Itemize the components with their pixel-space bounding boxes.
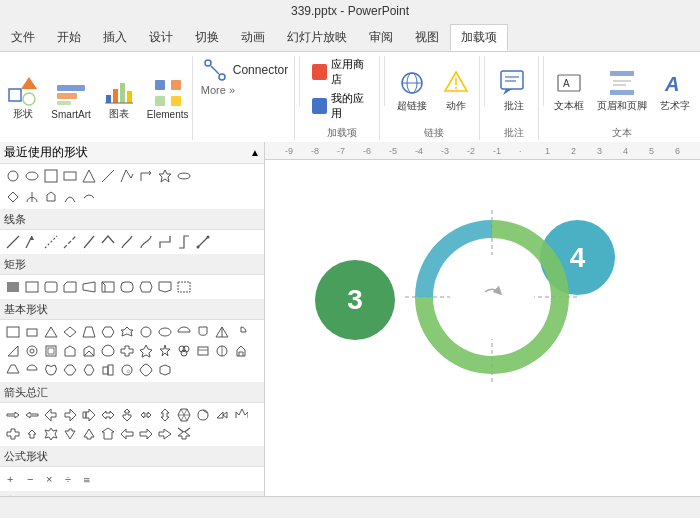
basic-shape[interactable]	[99, 323, 117, 341]
basic-shape[interactable]	[23, 323, 41, 341]
line-shape[interactable]	[175, 233, 193, 251]
arrow-shape[interactable]	[156, 425, 174, 443]
rect-shape[interactable]	[156, 278, 174, 296]
ribbon-tab-动画[interactable]: 动画	[230, 24, 276, 51]
arrow-shape[interactable]	[156, 406, 174, 424]
formula-shape[interactable]: ÷	[61, 470, 79, 488]
scroll-up-arrow[interactable]: ▲	[250, 147, 260, 158]
basic-shape[interactable]	[80, 342, 98, 360]
basic-shape[interactable]	[80, 361, 98, 379]
appstore-button[interactable]: 应用商店	[310, 56, 373, 88]
basic-shape[interactable]	[99, 361, 117, 379]
arrow-shape[interactable]	[118, 406, 136, 424]
basic-shape[interactable]	[137, 342, 155, 360]
action-button[interactable]: 动作	[436, 65, 476, 115]
shape-item[interactable]	[4, 167, 22, 185]
basic-shape[interactable]	[4, 342, 22, 360]
basic-shape[interactable]	[80, 323, 98, 341]
ribbon-tab-设计[interactable]: 设计	[138, 24, 184, 51]
rect-shape[interactable]	[118, 278, 136, 296]
basic-shape[interactable]	[61, 323, 79, 341]
formula-shape[interactable]: −	[23, 470, 41, 488]
arrow-shape[interactable]	[80, 406, 98, 424]
ribbon-tab-切换[interactable]: 切换	[184, 24, 230, 51]
shape-item[interactable]	[175, 167, 193, 185]
shape-item[interactable]	[42, 167, 60, 185]
arrow-shape[interactable]	[61, 406, 79, 424]
shape-item[interactable]	[80, 167, 98, 185]
ribbon-tab-加载项[interactable]: 加载项	[450, 24, 508, 51]
ribbon-tab-文件[interactable]: 文件	[0, 24, 46, 51]
canvas[interactable]: 3 4	[265, 160, 700, 518]
wordart-button[interactable]: A 艺术字	[655, 65, 695, 115]
arrow-shape[interactable]	[99, 425, 117, 443]
basic-shape[interactable]	[4, 361, 22, 379]
formula-shape[interactable]: ×	[42, 470, 60, 488]
smartart-button[interactable]: SmartArt	[47, 75, 94, 122]
line-shape[interactable]	[156, 233, 174, 251]
myapps-button[interactable]: 我的应用	[310, 90, 373, 122]
rect-shape[interactable]	[23, 278, 41, 296]
basic-shape[interactable]	[213, 342, 231, 360]
line-shape[interactable]	[118, 233, 136, 251]
rect-shape[interactable]	[61, 278, 79, 296]
formula-shape[interactable]: ≅	[80, 470, 98, 488]
basic-shape[interactable]: ☼	[118, 361, 136, 379]
hyperlink-button[interactable]: 超链接	[392, 65, 432, 115]
ribbon-tab-幻灯片放映[interactable]: 幻灯片放映	[276, 24, 358, 51]
basic-shape[interactable]	[23, 342, 41, 360]
arrow-shape[interactable]	[175, 425, 193, 443]
basic-shape[interactable]	[118, 342, 136, 360]
arrow-shape[interactable]	[99, 406, 117, 424]
basic-shape[interactable]	[42, 323, 60, 341]
line-shape[interactable]	[99, 233, 117, 251]
shape-item[interactable]	[80, 188, 98, 206]
arrow-shape[interactable]	[175, 406, 193, 424]
shape-item[interactable]	[23, 167, 41, 185]
line-shape[interactable]	[61, 233, 79, 251]
basic-shape[interactable]	[99, 342, 117, 360]
ribbon-tab-插入[interactable]: 插入	[92, 24, 138, 51]
line-shape[interactable]	[23, 233, 41, 251]
shape-item[interactable]	[156, 167, 174, 185]
line-shape[interactable]	[194, 233, 212, 251]
chart-button[interactable]: 图表	[99, 73, 139, 123]
rect-shape[interactable]	[4, 278, 22, 296]
arrow-shape[interactable]	[23, 406, 41, 424]
arrow-shape[interactable]	[232, 406, 250, 424]
shape-item[interactable]	[118, 167, 136, 185]
shape-button[interactable]: 形状	[3, 73, 43, 123]
textbox-button[interactable]: A 文本框	[549, 65, 589, 115]
arrow-shape[interactable]	[23, 425, 41, 443]
line-shape[interactable]	[42, 233, 60, 251]
ribbon-tab-视图[interactable]: 视图	[404, 24, 450, 51]
ribbon-tab-开始[interactable]: 开始	[46, 24, 92, 51]
basic-shape[interactable]	[156, 361, 174, 379]
arrow-shape[interactable]	[42, 406, 60, 424]
ribbon-tab-审阅[interactable]: 审阅	[358, 24, 404, 51]
basic-shape[interactable]	[175, 342, 193, 360]
arrow-shape[interactable]	[4, 425, 22, 443]
shape-item[interactable]	[42, 188, 60, 206]
basic-shape[interactable]	[42, 342, 60, 360]
basic-shape[interactable]	[194, 323, 212, 341]
shape-item[interactable]	[4, 188, 22, 206]
basic-shape[interactable]	[42, 361, 60, 379]
line-shape[interactable]	[4, 233, 22, 251]
arrow-shape[interactable]	[61, 425, 79, 443]
basic-shape[interactable]	[232, 342, 250, 360]
basic-shape[interactable]	[118, 323, 136, 341]
elements-button[interactable]: Elements	[143, 75, 193, 122]
connector-more[interactable]: More »	[201, 84, 235, 96]
basic-shape[interactable]	[137, 361, 155, 379]
basic-shape[interactable]	[137, 323, 155, 341]
arrow-shape[interactable]	[137, 406, 155, 424]
arrow-shape[interactable]	[80, 425, 98, 443]
rect-shape[interactable]	[99, 278, 117, 296]
arrow-shape[interactable]	[213, 406, 231, 424]
shape-item[interactable]	[137, 167, 155, 185]
shape-item[interactable]	[23, 188, 41, 206]
basic-shape[interactable]	[4, 323, 22, 341]
basic-shape[interactable]	[213, 323, 231, 341]
arrow-shape[interactable]	[194, 406, 212, 424]
